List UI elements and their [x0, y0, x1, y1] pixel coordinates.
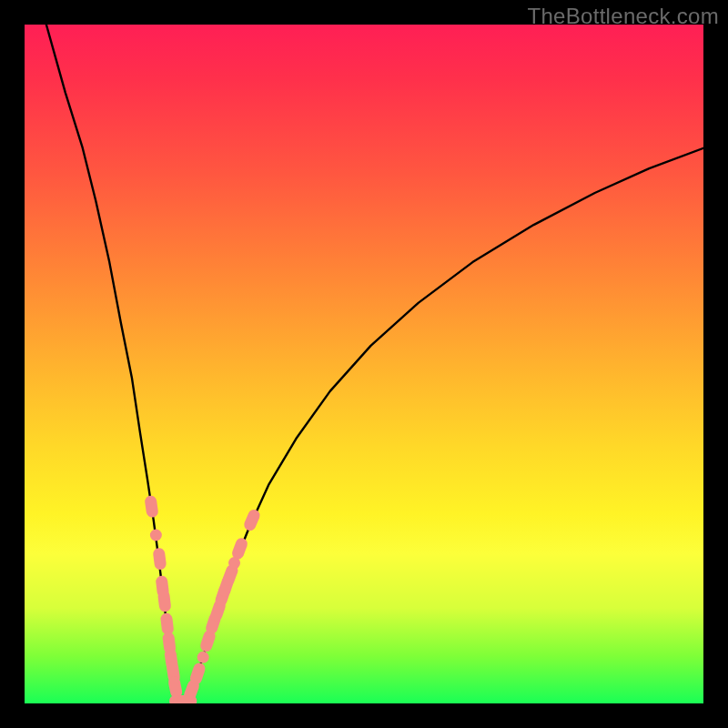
plot-area [25, 25, 703, 703]
chart-frame: TheBottleneck.com [0, 0, 728, 728]
chart-canvas [25, 25, 703, 703]
watermark-text: TheBottleneck.com [527, 4, 719, 29]
